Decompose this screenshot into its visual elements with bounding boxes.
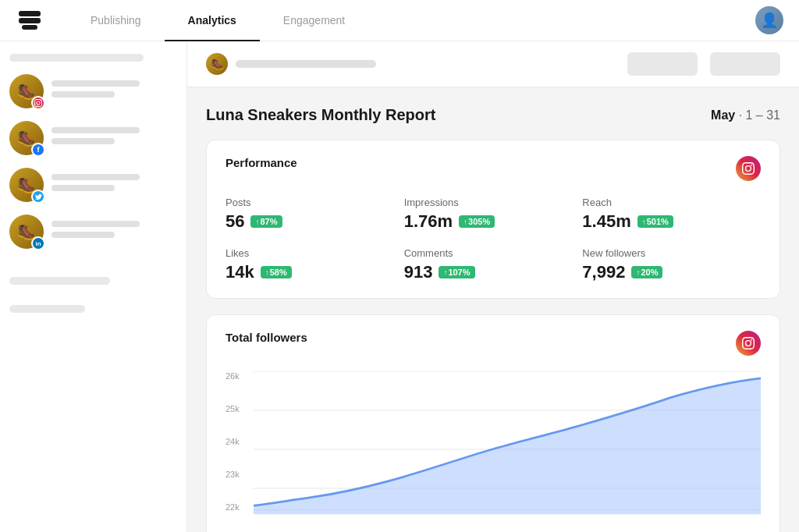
tab-publishing[interactable]: Publishing xyxy=(67,0,165,41)
metric-badge: 501% xyxy=(637,215,673,228)
profile-avatar-twitter: 🥾 xyxy=(9,168,44,202)
y-label: 23k xyxy=(225,470,254,479)
twitter-badge xyxy=(31,190,45,204)
y-label: 25k xyxy=(225,404,254,413)
user-avatar-img: 👤 xyxy=(755,6,783,34)
metric-label: New followers xyxy=(582,247,761,259)
metric-value: 56 xyxy=(225,211,244,232)
metric-label: Likes xyxy=(225,247,404,259)
metric-value-row: 14k 58% xyxy=(225,262,404,282)
top-navigation: Publishing Analytics Engagement 👤 xyxy=(0,0,799,41)
sub-header-skeleton xyxy=(236,60,376,68)
instagram-badge xyxy=(31,96,45,110)
performance-card: Performance Posts 56 87% xyxy=(206,140,780,299)
metric-impressions: Impressions 1.76m 305% xyxy=(404,197,583,232)
report-month: May xyxy=(711,108,735,122)
sidebar-skeleton-1 xyxy=(9,54,144,62)
instagram-icon-followers xyxy=(736,331,761,356)
metric-comments: Comments 913 107% xyxy=(404,247,583,282)
metric-posts: Posts 56 87% xyxy=(225,197,404,232)
report-area: Luna Sneakers Monthly Report May · 1 – 3… xyxy=(187,87,799,532)
metric-value: 913 xyxy=(404,262,433,282)
chart-wrapper: 26k 25k 24k 23k 22k xyxy=(225,371,761,527)
list-item[interactable]: 🥾 in xyxy=(9,215,177,249)
metric-label: Impressions xyxy=(404,197,583,208)
profile-handle-skeleton xyxy=(51,185,115,191)
metric-value-row: 913 107% xyxy=(404,262,583,282)
metric-value: 1.45m xyxy=(582,211,630,232)
report-range: · 1 – 31 xyxy=(739,108,780,122)
card-header: Total followers xyxy=(225,331,761,356)
profile-name-skeleton xyxy=(51,80,140,87)
performance-title: Performance xyxy=(225,156,297,169)
metric-value-row: 7,992 20% xyxy=(582,262,761,282)
report-header: Luna Sneakers Monthly Report May · 1 – 3… xyxy=(206,106,780,124)
metric-badge: 305% xyxy=(459,215,495,228)
main-content: 🥾 Luna Sneakers Monthly Report May · 1 –… xyxy=(187,41,799,532)
profile-text xyxy=(51,221,177,243)
sidebar-skeleton-2 xyxy=(9,277,110,285)
list-item[interactable]: 🥾 f xyxy=(9,121,177,155)
profile-handle-skeleton xyxy=(51,232,115,238)
metric-badge: 107% xyxy=(439,266,474,278)
sub-header: 🥾 xyxy=(187,41,799,87)
share-button[interactable] xyxy=(710,52,780,76)
metric-value-row: 56 87% xyxy=(225,211,404,232)
main-layout: 🥾 🥾 f 🥾 xyxy=(0,41,799,532)
list-item[interactable]: 🥾 xyxy=(9,168,177,202)
metric-likes: Likes 14k 58% xyxy=(225,247,404,282)
sub-header-left: 🥾 xyxy=(206,53,615,75)
profile-name-skeleton xyxy=(51,174,140,180)
y-label: 22k xyxy=(225,502,254,512)
sidebar-skeleton-3 xyxy=(9,305,85,313)
report-date: May · 1 – 31 xyxy=(711,108,780,122)
chart-svg xyxy=(254,371,761,527)
metric-badge: 58% xyxy=(261,266,292,278)
metric-badge: 20% xyxy=(631,266,662,278)
profile-text xyxy=(51,127,177,149)
sub-header-icon: 🥾 xyxy=(206,53,228,75)
metric-new-followers: New followers 7,992 20% xyxy=(582,247,761,282)
followers-title: Total followers xyxy=(225,331,307,344)
export-button[interactable] xyxy=(627,52,698,76)
profile-handle-skeleton xyxy=(51,138,115,144)
profile-avatar-instagram: 🥾 xyxy=(9,74,44,108)
avatar[interactable]: 👤 xyxy=(755,6,783,34)
instagram-icon xyxy=(736,156,761,181)
tab-engagement[interactable]: Engagement xyxy=(260,0,368,41)
metric-value: 1.76m xyxy=(404,211,453,232)
metric-value-row: 1.45m 501% xyxy=(582,211,761,232)
followers-card: Total followers 26k 25k 24k 23k xyxy=(206,314,780,532)
profile-handle-skeleton xyxy=(51,91,115,98)
list-item[interactable]: 🥾 xyxy=(9,74,177,108)
chart-area: 26k 25k 24k 23k 22k xyxy=(225,371,761,532)
nav-tabs: Publishing Analytics Engagement xyxy=(67,0,755,41)
report-title: Luna Sneakers Monthly Report xyxy=(206,106,436,124)
profile-name-skeleton xyxy=(51,127,140,133)
svg-rect-0 xyxy=(19,11,41,16)
sidebar: 🥾 🥾 f 🥾 xyxy=(0,41,187,532)
metrics-grid: Posts 56 87% Impressions 1.76m 305% xyxy=(225,197,761,282)
linkedin-badge: in xyxy=(31,236,45,250)
tab-analytics[interactable]: Analytics xyxy=(165,0,260,41)
y-label: 24k xyxy=(225,437,254,446)
profile-avatar-facebook: 🥾 f xyxy=(9,121,44,155)
profile-name-skeleton xyxy=(51,221,140,227)
metric-value: 7,992 xyxy=(582,262,625,282)
metric-label: Posts xyxy=(225,197,404,208)
chart-y-labels: 26k 25k 24k 23k 22k xyxy=(225,371,254,512)
profile-text xyxy=(51,174,177,196)
facebook-badge: f xyxy=(31,143,45,157)
profile-text xyxy=(51,80,177,102)
logo[interactable] xyxy=(16,6,44,34)
svg-rect-1 xyxy=(19,18,41,23)
y-label: 26k xyxy=(225,371,254,381)
metric-label: Reach xyxy=(582,197,761,208)
metric-badge: 87% xyxy=(250,215,282,228)
metric-reach: Reach 1.45m 501% xyxy=(582,197,761,232)
metric-label: Comments xyxy=(404,247,583,259)
svg-rect-2 xyxy=(22,25,37,30)
metric-value-row: 1.76m 305% xyxy=(404,211,583,232)
profile-avatar-linkedin: 🥾 in xyxy=(9,215,44,249)
card-header: Performance xyxy=(225,156,761,181)
